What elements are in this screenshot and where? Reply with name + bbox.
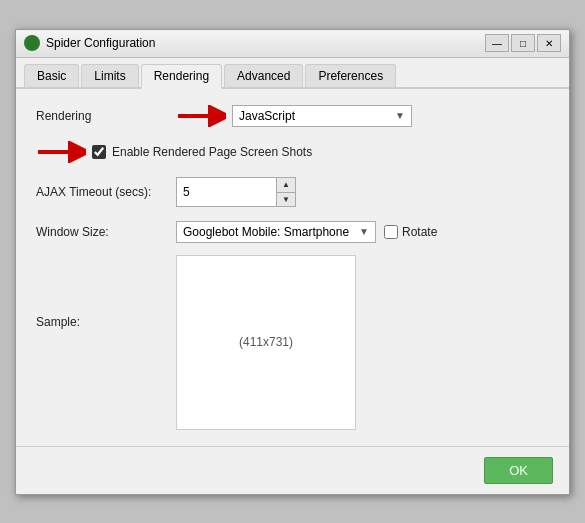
rotate-checkbox[interactable] [384, 225, 398, 239]
tab-basic[interactable]: Basic [24, 64, 79, 87]
enable-screenshots-row: Enable Rendered Page Screen Shots [36, 141, 549, 163]
window-size-dropdown-value: Googlebot Mobile: Smartphone [183, 225, 349, 239]
tab-limits[interactable]: Limits [81, 64, 138, 87]
rotate-wrap: Rotate [384, 225, 437, 239]
window-size-controls: Googlebot Mobile: Smartphone ▼ Rotate [176, 221, 437, 243]
tab-advanced[interactable]: Advanced [224, 64, 303, 87]
rendering-arrow-icon [176, 105, 226, 127]
ajax-timeout-control: ▲ ▼ [176, 177, 549, 207]
sample-label: Sample: [36, 255, 176, 329]
rendering-control: JavaScript ▼ [176, 105, 549, 127]
window-controls: — □ ✕ [485, 34, 561, 52]
rendering-dropdown[interactable]: JavaScript ▼ [232, 105, 412, 127]
tab-preferences[interactable]: Preferences [305, 64, 396, 87]
bottom-bar: OK [16, 446, 569, 494]
spinner-up-button[interactable]: ▲ [277, 178, 295, 192]
enable-screenshots-checkbox-group: Enable Rendered Page Screen Shots [92, 145, 312, 159]
rendering-dropdown-value: JavaScript [239, 109, 295, 123]
window-size-dropdown[interactable]: Googlebot Mobile: Smartphone ▼ [176, 221, 376, 243]
titlebar: Spider Configuration — □ ✕ [16, 30, 569, 58]
content-area: Rendering JavaScript ▼ [16, 89, 569, 446]
spinner-buttons: ▲ ▼ [276, 178, 295, 206]
rotate-label: Rotate [402, 225, 437, 239]
minimize-button[interactable]: — [485, 34, 509, 52]
close-button[interactable]: ✕ [537, 34, 561, 52]
tab-rendering[interactable]: Rendering [141, 64, 222, 89]
app-icon [24, 35, 40, 51]
rendering-row: Rendering JavaScript ▼ [36, 105, 549, 127]
ajax-timeout-spinner: ▲ ▼ [176, 177, 296, 207]
enable-screenshots-label: Enable Rendered Page Screen Shots [112, 145, 312, 159]
screenshots-arrow-icon [36, 141, 86, 163]
main-window: Spider Configuration — □ ✕ Basic Limits … [15, 29, 570, 495]
maximize-button[interactable]: □ [511, 34, 535, 52]
sample-preview: (411x731) [176, 255, 356, 430]
ok-button[interactable]: OK [484, 457, 553, 484]
spinner-down-button[interactable]: ▼ [277, 192, 295, 206]
window-size-row: Window Size: Googlebot Mobile: Smartphon… [36, 221, 549, 243]
sample-row: Sample: (411x731) [36, 255, 549, 430]
tab-bar: Basic Limits Rendering Advanced Preferen… [16, 58, 569, 89]
ajax-timeout-label: AJAX Timeout (secs): [36, 185, 176, 199]
ajax-timeout-row: AJAX Timeout (secs): ▲ ▼ [36, 177, 549, 207]
window-size-label: Window Size: [36, 225, 176, 239]
window-title: Spider Configuration [46, 36, 485, 50]
sample-dimensions: (411x731) [239, 335, 293, 349]
rendering-label: Rendering [36, 109, 176, 123]
dropdown-arrow-icon: ▼ [395, 110, 405, 121]
window-size-dropdown-arrow-icon: ▼ [359, 226, 369, 237]
enable-screenshots-checkbox[interactable] [92, 145, 106, 159]
ajax-timeout-input[interactable] [177, 178, 276, 206]
